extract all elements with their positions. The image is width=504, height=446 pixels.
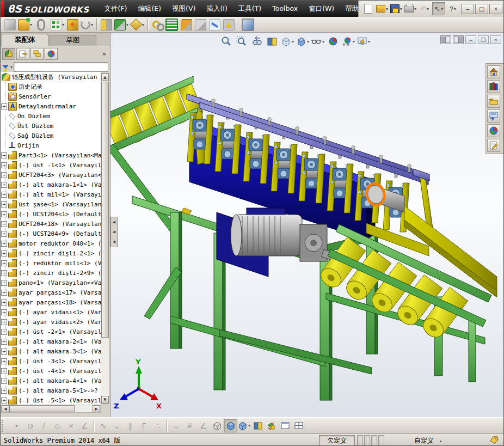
smart-fasteners-button[interactable] [65, 17, 79, 32]
toolbar-drag-handle[interactable] [2, 420, 5, 432]
expand-icon[interactable]: + [1, 309, 7, 315]
sketch-pattern-button[interactable]: ∴ [151, 419, 164, 432]
expand-icon[interactable]: + [1, 201, 7, 207]
expand-icon[interactable]: + [1, 172, 7, 178]
dropdown-caret[interactable]: ▾ [30, 22, 32, 27]
dropdown-caret[interactable]: ▾ [368, 39, 370, 44]
panel-overflow-chevron[interactable]: » [102, 50, 108, 58]
tab-assembly[interactable]: 装配体 [2, 34, 48, 46]
displaymanager-tab-button[interactable] [45, 48, 58, 60]
expand-icon[interactable]: + [1, 260, 7, 266]
tree-item-part[interactable]: +(-) alt mil<1> (Varsayıl [1, 190, 101, 199]
expand-icon[interactable]: + [1, 398, 7, 404]
smart-dimension-button[interactable]: ↔ [169, 419, 183, 432]
expand-icon[interactable]: + [1, 358, 7, 364]
tree-item-part[interactable]: +UCFT204<3> (Varsayılan<< [1, 170, 101, 180]
menu-toolbox[interactable]: Toolbox [267, 2, 303, 16]
expand-icon[interactable]: + [1, 241, 7, 247]
tree-item-origin[interactable]: Orijin [1, 140, 101, 150]
sketch-polygon-button[interactable]: ◇ [51, 419, 64, 432]
zoom-to-fit-button[interactable] [219, 35, 233, 48]
tree-item-part[interactable]: +(-) UCST204<9> (Default [1, 229, 101, 239]
move-component-button[interactable]: ▾ [79, 17, 94, 32]
section-view-button[interactable] [265, 35, 279, 48]
scroll-left-button[interactable]: ◀ [2, 405, 9, 412]
tag-icon[interactable] [489, 436, 499, 446]
edit-appearance-button[interactable] [326, 35, 340, 48]
tree-item-annotations[interactable]: +ADetaylandırmalar [1, 101, 101, 111]
tree-item-part[interactable]: +üst şase<1> (Varsayılan< [1, 199, 101, 209]
explode-line-button[interactable] [193, 17, 207, 32]
dropdown-caret[interactable]: ▾ [322, 39, 324, 44]
expand-icon[interactable]: + [1, 162, 7, 168]
snapshot-button[interactable] [241, 17, 255, 32]
tree-item-plane[interactable]: Sağ Düzlem [1, 131, 101, 140]
expand-icon[interactable]: + [1, 339, 7, 345]
custom-units-selector[interactable]: 自定义 ▴ [414, 436, 442, 445]
tree-horizontal-scrollbar[interactable]: ◀ ▶ [1, 405, 101, 413]
reference-geometry-button[interactable]: ▾ [130, 17, 145, 32]
tree-item-part[interactable]: +(-) üst -4<1> (Varsayıla [1, 366, 101, 376]
expand-icon[interactable]: + [1, 349, 7, 355]
tree-item-part[interactable]: +ayar parçası<17> (Varsay [1, 288, 101, 297]
help-button[interactable]: ?▾ [446, 2, 459, 15]
document-restore-button[interactable]: ❐ [478, 35, 489, 44]
apply-scene-button[interactable]: ▾ [341, 35, 355, 48]
expand-icon[interactable]: + [1, 152, 7, 158]
dropdown-caret[interactable]: ▾ [386, 7, 388, 11]
tree-item-part[interactable]: +(-) zincir dişli-2<1> (V [1, 248, 101, 258]
tree-item-history[interactable]: 历史记录 [1, 82, 101, 91]
tree-item-part[interactable]: +motor reduktor 040<1> (V [1, 239, 101, 248]
open-button[interactable]: ▾ [17, 17, 33, 32]
dropdown-caret[interactable]: ▾ [248, 423, 250, 428]
assembly-visualization-button[interactable] [265, 419, 278, 432]
menu-tools[interactable]: 工具(T) [233, 2, 267, 16]
open-document-button[interactable]: ▾ [376, 2, 389, 15]
menu-file[interactable]: 文件(F) [99, 2, 132, 16]
dropdown-caret[interactable]: ▾ [400, 7, 402, 11]
hide-show-items-button[interactable]: ▾ [311, 35, 325, 48]
sketch-point-button[interactable]: • [10, 419, 23, 432]
previous-view-button[interactable] [250, 35, 264, 48]
vertical-scroll-thumb[interactable] [101, 82, 109, 338]
section-display-button[interactable] [251, 419, 265, 432]
sketch-line-button[interactable]: / [37, 419, 51, 432]
display-style-button[interactable]: ▾ [296, 35, 310, 48]
custom-properties-button[interactable] [487, 139, 500, 152]
dropdown-caret[interactable]: ▾ [414, 7, 416, 11]
sketch-extend-button[interactable]: ∠ [78, 419, 91, 432]
design-library-button[interactable] [487, 80, 500, 93]
dropdown-caret[interactable]: ▾ [126, 22, 128, 27]
filter-funnel-icon[interactable] [2, 65, 9, 69]
tree-item-part[interactable]: +ayar parçası<18> (Varsay [1, 297, 101, 307]
save-button[interactable]: ▾ [390, 2, 403, 15]
tree-item-plane[interactable]: Ön Düzlem [1, 111, 101, 121]
scroll-up-button[interactable]: ▲ [101, 74, 109, 81]
motion-study-button[interactable] [150, 17, 164, 32]
dropdown-caret[interactable]: ▾ [427, 7, 429, 11]
tree-item-part[interactable]: +(-) alt makara-5<1>->? [1, 386, 101, 395]
collapse-right-pane-button[interactable] [453, 35, 464, 44]
propertymanager-tab-button[interactable] [16, 48, 29, 60]
shaded-with-edges-button[interactable]: ▾ [237, 419, 251, 432]
minimize-button[interactable]: – [461, 4, 474, 14]
tree-item-plane[interactable]: Üst Düzlem [1, 121, 101, 131]
expand-icon[interactable]: + [1, 319, 7, 325]
sketch-trim-button[interactable]: × [64, 419, 78, 432]
tree-item-part[interactable]: +(-) üst -2<1> (Varsayıla [1, 327, 101, 337]
sketch-perpendicular-button[interactable]: Γ [137, 419, 151, 432]
horizontal-scroll-thumb[interactable] [9, 405, 75, 412]
scroll-right-button[interactable]: ▶ [93, 405, 100, 412]
sketch-mirror-button[interactable]: ⌄ [110, 419, 124, 432]
expand-icon[interactable]: + [1, 329, 7, 335]
graphics-viewport[interactable]: Y X Z [110, 33, 504, 417]
dropdown-caret[interactable]: ▾ [307, 39, 309, 44]
shaded-display-button[interactable] [224, 419, 237, 432]
select-button[interactable]: ↖▾ [432, 2, 445, 15]
tree-item-part[interactable]: +(-) üst -3<1> (Varsayıla [1, 356, 101, 366]
expand-icon[interactable]: + [1, 231, 7, 237]
view-settings-button[interactable]: ▾ [357, 35, 371, 48]
expand-icon[interactable]: + [1, 251, 7, 256]
expand-icon[interactable]: + [1, 300, 7, 306]
dropdown-caret[interactable]: ▾ [62, 22, 64, 27]
